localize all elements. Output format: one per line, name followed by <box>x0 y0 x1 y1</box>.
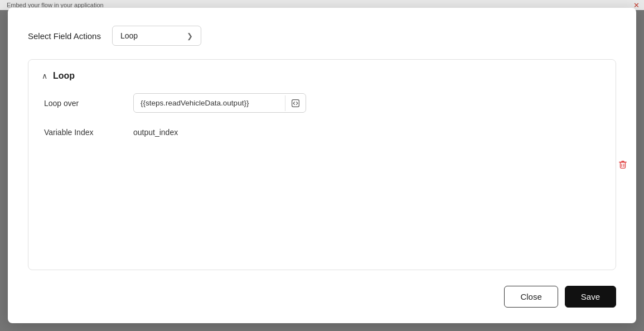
loop-card-header: ∧ Loop <box>42 71 602 81</box>
loop-over-label: Loop over <box>44 99 133 108</box>
code-editor-button[interactable] <box>285 95 306 111</box>
chevron-up-icon[interactable]: ∧ <box>42 71 47 80</box>
field-actions-dropdown[interactable]: Loop ❯ <box>112 26 201 46</box>
loop-over-input-wrap <box>133 93 306 113</box>
field-actions-label: Select Field Actions <box>28 31 101 41</box>
loop-over-row: Loop over <box>44 93 602 113</box>
modal-footer: Close Save <box>28 286 616 308</box>
code-icon <box>291 99 300 108</box>
modal: Select Field Actions Loop ❯ ∧ Loop Loop … <box>8 8 636 323</box>
dropdown-value: Loop <box>120 31 138 40</box>
delete-button[interactable] <box>616 157 630 172</box>
chevron-right-icon: ❯ <box>187 32 193 40</box>
variable-index-label: Variable Index <box>44 128 133 137</box>
trash-icon <box>618 160 628 170</box>
loop-card-title: Loop <box>53 71 75 81</box>
close-button[interactable]: Close <box>504 286 558 308</box>
variable-index-row: Variable Index output_index <box>44 123 602 142</box>
loop-fields: Loop over Variable I <box>42 93 602 142</box>
loop-over-input[interactable] <box>134 94 285 112</box>
loop-card: ∧ Loop Loop over <box>28 59 616 270</box>
svg-rect-1 <box>621 162 626 169</box>
variable-index-value: output_index <box>133 123 178 142</box>
save-button[interactable]: Save <box>565 286 616 308</box>
field-actions-row: Select Field Actions Loop ❯ <box>28 26 616 46</box>
modal-body: Select Field Actions Loop ❯ ∧ Loop Loop … <box>28 26 616 270</box>
